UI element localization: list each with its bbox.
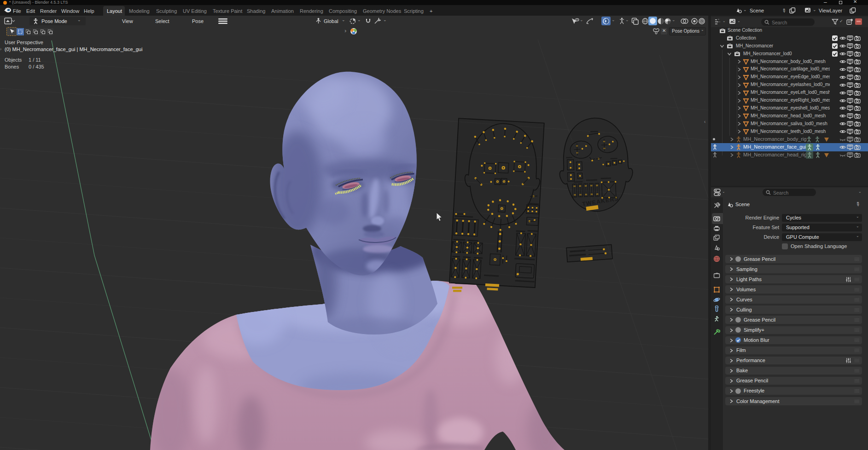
svg-text:‹: ‹ [704,119,705,124]
svg-text:.: . [828,156,829,158]
